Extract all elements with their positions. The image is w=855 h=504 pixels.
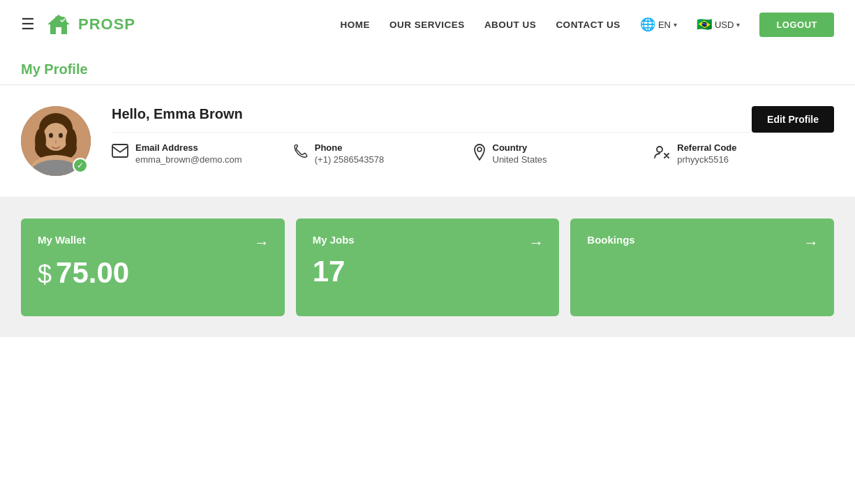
phone-value: (+1) 2586543578 [315, 154, 384, 165]
profile-details-row: Email Address emma_brown@demo.com Phone … [112, 132, 834, 165]
country-label: Country [493, 142, 547, 153]
page-title: My Profile [21, 61, 834, 77]
logo-text: PROSP [78, 15, 135, 34]
header: ☰ PROSP HOME OUR SERVICES ABOUT US CONTA… [0, 0, 855, 49]
currency-flag-icon: 🇧🇷 [697, 17, 712, 32]
bookings-card[interactable]: Bookings → [570, 218, 834, 316]
svg-point-6 [49, 133, 53, 138]
referral-label: Referral Code [677, 142, 736, 153]
bookings-arrow-icon: → [803, 234, 819, 252]
header-left: ☰ PROSP [21, 9, 135, 40]
jobs-count: 17 [313, 257, 543, 286]
nav-our-services[interactable]: OUR SERVICES [389, 20, 465, 30]
svg-rect-12 [112, 144, 128, 157]
email-icon [112, 144, 128, 162]
main-content: My Profile [0, 49, 855, 504]
logo: PROSP [43, 9, 135, 40]
profile-section: ✓ Hello, Emma Brown Email Address emma_ [0, 85, 855, 198]
svg-point-7 [59, 133, 63, 138]
nav-about-us[interactable]: ABOUT US [484, 20, 537, 30]
referral-detail-text: Referral Code prhyyck5516 [677, 142, 736, 165]
avatar-verified-badge: ✓ [73, 158, 88, 173]
language-label: EN [658, 20, 671, 30]
logout-button[interactable]: LOGOUT [759, 13, 834, 37]
email-label: Email Address [135, 142, 242, 153]
phone-icon [292, 144, 308, 165]
svg-point-14 [657, 147, 662, 152]
phone-label: Phone [315, 142, 384, 153]
main-nav: HOME OUR SERVICES ABOUT US CONTACT US 🌐 … [341, 13, 834, 37]
jobs-card[interactable]: My Jobs 17 → [296, 218, 560, 316]
nav-contact-us[interactable]: CONTACT US [556, 20, 620, 30]
avatar-wrapper: ✓ [21, 106, 91, 176]
language-chevron-icon: ▾ [674, 21, 677, 29]
profile-referral-item: Referral Code prhyyck5516 [653, 142, 834, 165]
country-detail-text: Country United States [493, 142, 547, 165]
profile-email-item: Email Address emma_brown@demo.com [112, 142, 292, 165]
wallet-dollar-sign: $ [38, 260, 52, 289]
country-value: United States [493, 154, 547, 165]
logo-house-icon [43, 9, 74, 40]
wallet-card[interactable]: My Wallet $ 75.00 → [21, 218, 285, 316]
bookings-card-title: Bookings [587, 234, 817, 246]
email-value: emma_brown@demo.com [135, 154, 242, 165]
svg-point-5 [43, 123, 68, 151]
location-pin-icon [473, 144, 486, 165]
wallet-card-title: My Wallet [38, 234, 268, 246]
language-selector[interactable]: 🌐 EN ▾ [640, 17, 677, 32]
jobs-arrow-icon: → [528, 234, 544, 252]
currency-chevron-icon: ▾ [736, 21, 740, 29]
currency-selector[interactable]: 🇧🇷 USD ▾ [697, 17, 740, 32]
profile-info: Hello, Emma Brown Email Address emma_bro… [112, 106, 834, 165]
referral-value: prhyyck5516 [677, 154, 736, 165]
wallet-amount: 75.00 [56, 258, 129, 288]
svg-point-13 [477, 147, 482, 151]
page-title-bar: My Profile [0, 49, 855, 85]
phone-detail-text: Phone (+1) 2586543578 [315, 142, 384, 165]
wallet-arrow-icon: → [254, 234, 269, 252]
wallet-card-value-wrapper: $ 75.00 [38, 257, 268, 289]
referral-icon [653, 144, 670, 165]
email-detail-text: Email Address emma_brown@demo.com [135, 142, 242, 165]
currency-label: USD [715, 20, 734, 30]
language-flag-icon: 🌐 [640, 17, 655, 32]
svg-point-10 [35, 128, 46, 154]
profile-phone-item: Phone (+1) 2586543578 [292, 142, 473, 165]
profile-greeting: Hello, Emma Brown [112, 106, 834, 122]
profile-country-item: Country United States [473, 142, 654, 165]
nav-home[interactable]: HOME [341, 20, 371, 30]
svg-point-11 [66, 128, 77, 154]
edit-profile-button[interactable]: Edit Profile [752, 106, 834, 133]
jobs-card-title: My Jobs [313, 234, 543, 246]
cards-section: My Wallet $ 75.00 → My Jobs 17 → Booking… [0, 198, 855, 337]
hamburger-menu-icon[interactable]: ☰ [21, 15, 35, 34]
